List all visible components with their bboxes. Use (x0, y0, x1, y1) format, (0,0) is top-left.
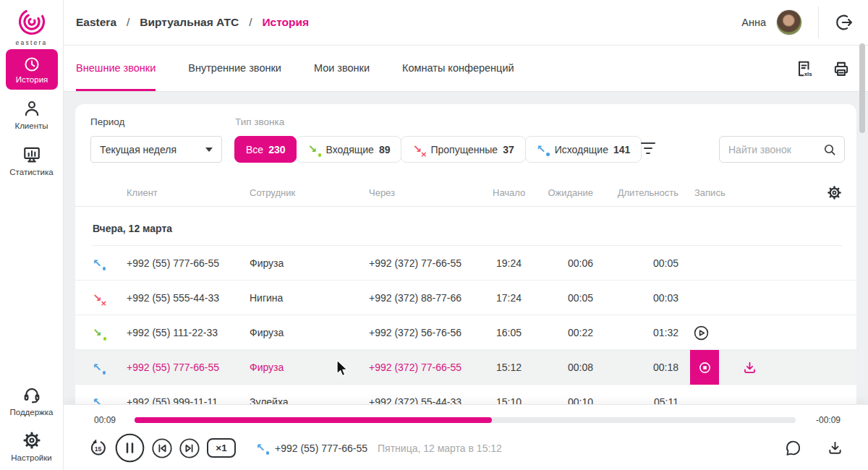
replay-15-icon[interactable]: 15 (88, 438, 108, 458)
player-phone: +992 (55) 777-66-55 (275, 443, 367, 454)
sidebar-item-label: История (16, 75, 48, 84)
col-employee: Сотрудник (250, 187, 369, 198)
clock-icon (23, 56, 41, 73)
table-row[interactable]: ↖ +992 (55) 777-66-55 Фируза +992 (372) … (75, 246, 856, 281)
stop-record-button[interactable] (690, 350, 719, 385)
search-icon[interactable] (822, 142, 837, 157)
stats-icon (22, 145, 41, 164)
tab-my-calls[interactable]: Мои звонки (314, 46, 370, 91)
sidebar-item-label: Статистика (9, 168, 53, 176)
sidebar-item-label: Настройки (11, 453, 51, 462)
playback-speed-button[interactable]: ×1 (207, 438, 236, 458)
segment-missed-calls[interactable]: ↘ Пропущенные 37 (401, 136, 525, 163)
logout-icon[interactable] (835, 13, 854, 32)
period-dropdown[interactable]: Текущая неделя (90, 136, 222, 163)
start-time: 15:12 (493, 362, 542, 373)
col-via: Через (369, 187, 493, 198)
player-call-info: ↖ +992 (55) 777-66-55 Пятница, 12 марта … (256, 443, 502, 454)
chevron-down-icon (205, 148, 213, 152)
sidebar-item-label: Поддержка (10, 408, 54, 416)
client-phone: +992 (55) 111-22-33 (127, 327, 250, 338)
duration: 00:03 (593, 292, 678, 304)
sidebar-item-label: Клиенты (14, 121, 48, 130)
col-record: Запись (678, 187, 731, 198)
main-area: Eastera / Виртуальная АТС / История Анна (64, 0, 868, 470)
headset-icon (22, 385, 41, 404)
search-input[interactable] (728, 144, 822, 155)
start-time: 19:24 (493, 257, 542, 269)
comment-icon[interactable] (784, 439, 802, 457)
call-type-segments: Все 230 ↘ Входящие 89 ↘ Пропущенные 37 (235, 136, 642, 163)
employee-name: Нигина (250, 292, 369, 304)
period-label: Период (90, 116, 124, 127)
search-box (719, 136, 845, 163)
next-track-icon[interactable] (179, 438, 200, 458)
wait-time: 00:06 (542, 257, 593, 269)
tab-internal-calls[interactable]: Внутренние звонки (188, 46, 281, 91)
breadcrumb-separator: / (249, 16, 252, 29)
print-icon[interactable] (832, 59, 851, 78)
sidebar-item-settings[interactable]: Настройки (0, 431, 63, 462)
duration: 00:18 (593, 362, 678, 373)
export-xls-icon[interactable]: xls (794, 59, 813, 78)
filters-bar: Период Текущая неделя Тип звонка Все 230… (75, 104, 856, 179)
segment-all-calls[interactable]: Все 230 (234, 136, 297, 163)
gear-icon (22, 431, 41, 450)
sidebar-item-clients[interactable]: Клиенты (0, 99, 63, 130)
sidebar: eastera История Клиенты (0, 0, 64, 470)
player-remaining-time: -00:09 (804, 415, 841, 425)
duration: 00:05 (593, 257, 678, 269)
table-row[interactable]: ↘ +992 (55) 555-44-33 Нигина +992 (372) … (75, 281, 856, 315)
column-settings-gear-icon[interactable] (827, 185, 842, 200)
breadcrumb-company[interactable]: Eastera (76, 16, 116, 29)
scrollbar-thumb[interactable] (859, 43, 865, 133)
brand-logo[interactable]: eastera (0, 6, 63, 46)
person-icon (22, 99, 41, 118)
audio-player: 00:09 -00:09 15 (64, 405, 868, 470)
top-bar: Eastera / Виртуальная АТС / История Анна (64, 0, 868, 46)
incoming-call-icon: ↘ (93, 328, 106, 339)
missed-call-icon: ↘ (412, 144, 425, 155)
breadcrumb-section[interactable]: Виртуальная АТС (140, 16, 239, 29)
segment-label: Входящие (326, 144, 373, 155)
svg-text:15: 15 (95, 445, 102, 453)
missed-call-icon: ↘ (93, 293, 106, 304)
table-row-selected[interactable]: ↖ +992 (55) 777-66-55 Фируза +992 (372) … (75, 350, 856, 385)
header-divider (818, 7, 819, 38)
table-header: Клиент Сотрудник Через Начало Ожидание Д… (75, 179, 856, 207)
brand-logo-text: eastera (16, 39, 48, 46)
avatar[interactable] (776, 9, 802, 35)
sidebar-item-statistics[interactable]: Статистика (0, 145, 63, 176)
via-phone: +992 (372) 56-76-56 (369, 327, 493, 338)
app-root: eastera История Клиенты (0, 0, 868, 470)
tab-strip: Внешние звонки Внутренние звонки Мои зво… (64, 46, 868, 92)
filter-sort-icon[interactable] (639, 141, 657, 157)
employee-name: Фируза (250, 257, 369, 269)
col-duration: Длительность (593, 187, 678, 198)
wait-time: 00:22 (542, 327, 593, 338)
via-phone: +992 (372) 77-66-55 (369, 257, 493, 269)
previous-track-icon[interactable] (152, 438, 172, 458)
player-progress-track[interactable] (135, 417, 796, 423)
download-icon[interactable] (827, 440, 843, 456)
tab-conference-rooms[interactable]: Комнаты конференций (402, 46, 514, 91)
sidebar-item-support[interactable]: Поддержка (0, 385, 63, 416)
breadcrumb-current-page: История (262, 16, 309, 29)
segment-count: 230 (268, 144, 285, 155)
play-record-icon[interactable] (693, 325, 710, 341)
sidebar-item-history[interactable]: История (6, 49, 58, 90)
tab-external-calls[interactable]: Внешние звонки (76, 46, 156, 91)
segment-outgoing-calls[interactable]: ↖ Исходящие 141 (525, 136, 642, 163)
pause-button[interactable] (115, 433, 145, 463)
table-row[interactable]: ↘ +992 (55) 111-22-33 Фируза +992 (372) … (75, 315, 856, 350)
client-phone: +992 (55) 777-66-55 (127, 362, 250, 373)
segment-count: 89 (379, 144, 391, 155)
employee-name: Фируза (250, 327, 369, 338)
employee-name: Фируза (250, 362, 369, 373)
segment-label: Исходящие (555, 144, 608, 155)
call-type-label: Тип звонка (235, 116, 284, 127)
segment-incoming-calls[interactable]: ↘ Входящие 89 (296, 136, 401, 163)
download-record-icon[interactable] (742, 360, 757, 375)
col-client: Клиент (127, 187, 250, 198)
date-group-label: Вчера, 12 марта (93, 207, 842, 246)
